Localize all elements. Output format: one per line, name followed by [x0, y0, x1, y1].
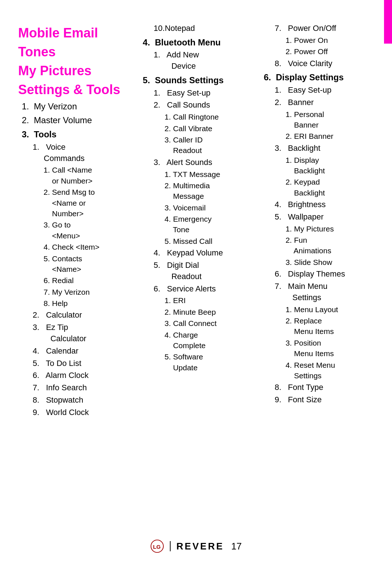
- list-item: 3. Position Menu Items: [286, 338, 374, 359]
- list-item: 5. Missed Call: [164, 236, 253, 246]
- list-item: 2. ERI Banner: [286, 131, 374, 141]
- list-item: 2. Calculator: [33, 310, 132, 321]
- list-item: 3. Go to <Menu>: [44, 219, 132, 241]
- list-item: 4. Bluetooth Menu: [143, 36, 253, 49]
- list-item: 4. Calendar: [33, 346, 132, 357]
- column-2: 10.Notepad 4. Bluetooth Menu 1. Add New …: [139, 22, 260, 418]
- settings-tools-heading: Settings & Tools: [18, 82, 132, 97]
- list-item: 3. Backlight: [275, 143, 374, 154]
- list-item: 1. Call <Name or Number>: [44, 165, 132, 186]
- list-item: 8. Stopwatch: [33, 395, 132, 406]
- list-item: 1. My Pictures: [286, 223, 374, 234]
- list-item: 1. Add New Device: [154, 49, 253, 72]
- list-item: 1. Power On: [286, 35, 374, 45]
- list-item: 3. Slide Show: [286, 257, 374, 267]
- list-item: 1. Easy Set-up: [275, 85, 374, 96]
- list-item: 2. Send Msg to <Name or Number>: [44, 187, 132, 219]
- list-item: 6. Alarm Clock: [33, 370, 132, 381]
- list-item: 3. Ez Tip Calculator: [33, 322, 132, 345]
- list-item: 6. Display Themes: [275, 269, 374, 280]
- list-item: 1. ERI: [164, 295, 253, 306]
- svg-text:LG: LG: [153, 544, 161, 550]
- list-item: 2. Call Sounds: [154, 100, 253, 111]
- list-item: 5. Software Update: [164, 351, 253, 373]
- list-item: 3. Alert Sounds: [154, 157, 253, 168]
- list-item: 2. Call Vibrate: [164, 123, 253, 134]
- list-item: 4. Emergency Tone: [164, 214, 253, 235]
- list-item: 7. Power On/Off: [275, 23, 374, 34]
- columns-wrapper: Mobile Email Tones My Pictures Settings …: [18, 22, 374, 418]
- lg-logo-icon: LG: [150, 539, 164, 553]
- list-item: 8. Help: [44, 298, 132, 309]
- list-item: 1. Personal Banner: [286, 109, 374, 130]
- column-3: 7. Power On/Off 1. Power On 2. Power Off…: [260, 22, 374, 418]
- list-item: 6. Service Alerts: [154, 283, 253, 295]
- list-item: 4. Keypad Volume: [154, 247, 253, 259]
- list-item: 7. Main Menu Settings: [275, 281, 374, 303]
- list-item: 2. Keypad Backlight: [286, 177, 374, 198]
- list-item: 1. Call Ringtone: [164, 112, 253, 122]
- list-item: 4. Charge Complete: [164, 330, 253, 351]
- list-item: 5. To Do List: [33, 358, 132, 369]
- list-item: 1. My Verizon: [22, 100, 132, 113]
- list-item: 6. Display Settings: [264, 71, 374, 84]
- list-item: 4. Brightness: [275, 199, 374, 210]
- footer: LG REVERE 17: [0, 539, 392, 553]
- list-item: 1. TXT Message: [164, 169, 253, 180]
- list-item: 7. My Verizon: [44, 287, 132, 297]
- mobile-email-heading: Mobile Email: [18, 25, 132, 41]
- list-item: 3. Caller ID Readout: [164, 134, 253, 156]
- list-item: 2. Banner: [275, 97, 374, 108]
- list-item: 8. Font Type: [275, 382, 374, 393]
- tones-heading: Tones: [18, 44, 132, 60]
- list-item: 3. Call Connect: [164, 318, 253, 329]
- page-container: Mobile Email Tones My Pictures Settings …: [0, 0, 392, 564]
- list-item: 3. Voicemail: [164, 202, 253, 213]
- list-item: 8. Voice Clarity: [275, 58, 374, 69]
- list-item: 1. Display Backlight: [286, 155, 374, 176]
- list-item: 5. Sounds Settings: [143, 74, 253, 86]
- list-item: 2. Minute Beep: [164, 307, 253, 317]
- list-item: 5. Contacts <Name>: [44, 253, 132, 275]
- footer-divider: [170, 541, 171, 551]
- list-item: 3. Tools: [22, 128, 132, 141]
- list-item: 1. Menu Layout: [286, 304, 374, 315]
- footer-page-number: 17: [231, 541, 242, 552]
- list-item: 9. Font Size: [275, 394, 374, 406]
- list-item: 10.Notepad: [154, 23, 253, 34]
- bookmark-tab: [384, 0, 392, 44]
- list-item: 2. Power Off: [286, 46, 374, 57]
- list-item: 2. Fun Animations: [286, 235, 374, 256]
- list-item: 4. Check <Item>: [44, 242, 132, 252]
- list-item: 6. Redial: [44, 275, 132, 286]
- list-item: 9. World Clock: [33, 407, 132, 418]
- list-item: 1. Easy Set-up: [154, 88, 253, 99]
- list-item: 2. Master Volume: [22, 114, 132, 126]
- footer-logo: LG: [150, 539, 164, 553]
- list-item: 5. Wallpaper: [275, 212, 374, 223]
- list-item: 5. Digit Dial Readout: [154, 260, 253, 282]
- list-item: 2. Multimedia Message: [164, 180, 253, 202]
- list-item: 4. Reset Menu Settings: [286, 360, 374, 381]
- list-item: 2. Replace Menu Items: [286, 315, 374, 337]
- list-item: 1. Voice Commands: [33, 142, 132, 164]
- column-1: Mobile Email Tones My Pictures Settings …: [18, 22, 139, 418]
- footer-brand: REVERE: [176, 541, 224, 552]
- list-item: 7. Info Search: [33, 382, 132, 394]
- my-pictures-heading: My Pictures: [18, 63, 132, 78]
